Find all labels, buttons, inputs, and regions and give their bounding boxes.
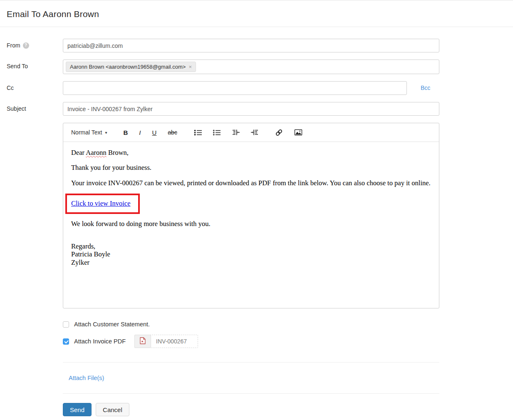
signature-block: Regards, Patricia Boyle Zylker	[71, 243, 431, 266]
send-to-label-text: Send To	[7, 63, 28, 70]
from-row: From ?	[7, 39, 513, 52]
send-to-input[interactable]: Aaronn Brown <aaronbrown19658@gmail.com>…	[63, 60, 439, 74]
subject-label: Subject	[7, 102, 63, 112]
editor-toolbar: Normal Text ▾ B I U abc	[63, 123, 439, 142]
italic-button[interactable]: I	[139, 129, 141, 136]
view-invoice-link[interactable]: Click to view Invoice	[71, 199, 131, 207]
attachments-section: Attach Customer Statement. Attach Invoic…	[63, 321, 513, 348]
link-icon	[275, 129, 283, 136]
indent-button[interactable]	[251, 129, 259, 136]
unordered-list-icon	[194, 129, 202, 136]
recipient-chip: Aaronn Brown <aaronbrown19658@gmail.com>…	[66, 62, 196, 72]
help-icon[interactable]: ?	[23, 42, 29, 49]
format-dropdown[interactable]: Normal Text ▾	[71, 129, 107, 136]
forward-paragraph: We look forward to doing more business w…	[71, 220, 431, 227]
greeting-name: Aaronn	[86, 149, 106, 157]
attach-files-link[interactable]: Attach File(s)	[69, 375, 104, 381]
subject-input[interactable]	[63, 102, 439, 116]
outdent-icon	[232, 129, 240, 136]
greeting-suffix: Brown,	[107, 149, 129, 157]
pdf-icon-cell	[134, 335, 151, 348]
ordered-list-button[interactable]	[213, 129, 221, 136]
chevron-down-icon: ▾	[105, 130, 107, 135]
cc-label-text: Cc	[7, 84, 14, 91]
bold-button[interactable]: B	[123, 129, 128, 136]
ordered-list-icon	[213, 129, 221, 136]
attach-statement-checkbox[interactable]	[63, 321, 69, 328]
unordered-list-button[interactable]	[194, 129, 202, 136]
format-dropdown-label: Normal Text	[71, 129, 102, 136]
recipient-chip-text: Aaronn Brown <aaronbrown19658@gmail.com>	[70, 64, 186, 70]
from-label-text: From	[7, 42, 20, 49]
page-title: Email To Aaronn Brown	[7, 9, 506, 19]
underline-button[interactable]: U	[152, 129, 156, 136]
email-form: From ? Send To Aaronn Brown <aaronbrown1…	[0, 27, 513, 116]
cc-label: Cc	[7, 81, 63, 91]
insert-image-button[interactable]	[294, 129, 302, 136]
insert-link-button[interactable]	[275, 129, 283, 136]
chip-close-icon[interactable]: ×	[188, 64, 192, 70]
invoice-paragraph: Your invoice INV-000267 can be viewed, p…	[71, 179, 431, 186]
signature-regards: Regards,	[71, 243, 431, 250]
attach-statement-label: Attach Customer Statement.	[74, 321, 150, 328]
bcc-link[interactable]: Bcc	[421, 81, 430, 91]
attach-invoice-row: Attach Invoice PDF INV-000267	[63, 335, 513, 348]
subject-row: Subject	[7, 102, 513, 116]
attach-invoice-label: Attach Invoice PDF	[74, 338, 126, 345]
greeting-prefix: Dear	[71, 149, 86, 157]
subject-label-text: Subject	[7, 105, 26, 112]
cc-input[interactable]	[63, 81, 407, 95]
divider	[63, 393, 439, 394]
attach-statement-row: Attach Customer Statement.	[63, 321, 513, 328]
cancel-button[interactable]: Cancel	[96, 403, 129, 416]
pdf-file-icon	[140, 337, 146, 346]
outdent-button[interactable]	[232, 129, 240, 136]
signature-name: Patricia Boyle	[71, 251, 431, 258]
send-button[interactable]: Send	[63, 403, 92, 416]
image-icon	[294, 129, 302, 136]
divider	[63, 362, 439, 363]
send-to-row: Send To Aaronn Brown <aaronbrown19658@gm…	[7, 60, 513, 74]
rich-text-editor: Normal Text ▾ B I U abc	[63, 123, 439, 308]
pdf-attachment-chip: INV-000267	[134, 335, 198, 348]
email-body-editor[interactable]: Dear Aaronn Brown, Thank you for your bu…	[63, 142, 439, 308]
action-buttons: Send Cancel	[63, 403, 513, 416]
annotation-red-box: Click to view Invoice	[65, 194, 140, 214]
greeting-line: Dear Aaronn Brown,	[71, 149, 431, 156]
strikethrough-button[interactable]: abc	[168, 129, 177, 135]
pdf-filename: INV-000267	[151, 335, 198, 348]
cc-row: Cc Bcc	[7, 81, 513, 95]
page-header: Email To Aaronn Brown	[0, 0, 513, 27]
thanks-paragraph: Thank you for your business.	[71, 164, 431, 171]
indent-icon	[251, 129, 259, 136]
attach-invoice-checkbox[interactable]	[63, 338, 69, 345]
send-to-label: Send To	[7, 60, 63, 70]
from-input[interactable]	[63, 39, 439, 52]
from-label: From ?	[7, 39, 63, 49]
signature-company: Zylker	[71, 259, 431, 266]
